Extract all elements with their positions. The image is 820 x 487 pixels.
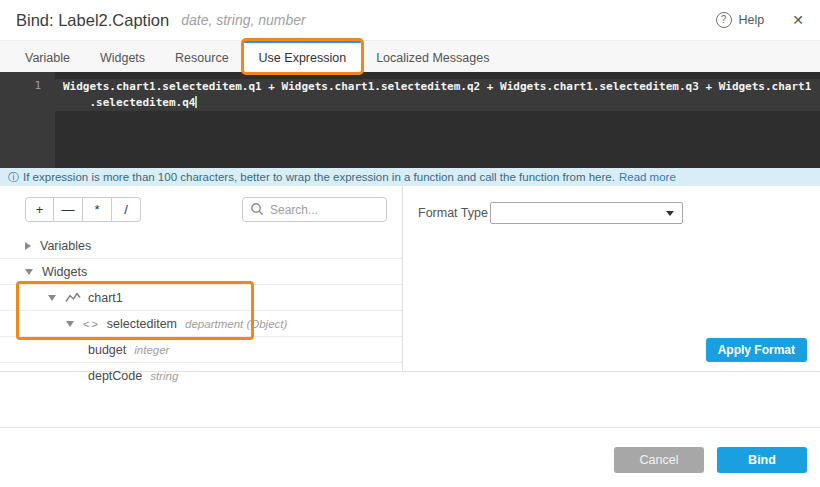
operator-group: + — * /: [25, 197, 141, 222]
tree-item-label: deptCode: [88, 369, 142, 383]
chevron-down-icon: [66, 321, 74, 327]
tree-item-selecteditem[interactable]: <> selecteditem department (Object): [0, 311, 402, 337]
info-bar: ⓘ If expression is more than 100 charact…: [0, 168, 820, 186]
format-type-label: Format Type: [418, 206, 490, 220]
tab-variable[interactable]: Variable: [10, 41, 85, 72]
editor-code: Widgets.chart1.selecteditem.q1 + Widgets…: [55, 72, 820, 111]
info-icon: ⓘ: [8, 170, 19, 185]
dialog-header: Bind: Label2.Caption date, string, numbe…: [0, 0, 820, 40]
tree-item-label: Variables: [40, 239, 91, 253]
line-number: 1: [34, 79, 41, 92]
chevron-down-icon: [48, 295, 56, 301]
tree-item-widgets[interactable]: Widgets: [0, 259, 402, 285]
chevron-down-icon: [25, 269, 33, 275]
help-button[interactable]: ? Help: [716, 12, 765, 28]
tree-item-chart1[interactable]: chart1: [0, 285, 402, 311]
tree-item-label: Widgets: [42, 265, 87, 279]
code-line-2: .selecteditem.q4: [55, 95, 820, 111]
tree-item-type: string: [150, 370, 178, 382]
chevron-right-icon: [25, 242, 31, 250]
search-icon: [250, 202, 264, 220]
tree-item-label: selecteditem: [107, 317, 177, 331]
plus-operator-button[interactable]: +: [25, 197, 54, 222]
code-line-1: Widgets.chart1.selecteditem.q1 + Widgets…: [55, 79, 820, 95]
bind-dialog: Bind: Label2.Caption date, string, numbe…: [0, 0, 820, 487]
dialog-subtitle: date, string, number: [181, 12, 306, 28]
format-type-select[interactable]: [490, 202, 683, 224]
tab-widgets[interactable]: Widgets: [85, 41, 160, 72]
expression-editor[interactable]: 1 Widgets.chart1.selecteditem.q1 + Widge…: [0, 72, 820, 168]
tree-item-type: integer: [134, 344, 169, 356]
tree-toolbar: + — * /: [0, 186, 402, 233]
main-area: + — * / Variables: [0, 186, 820, 372]
tab-localized-messages[interactable]: Localized Messages: [361, 41, 504, 72]
info-message: If expression is more than 100 character…: [23, 171, 615, 183]
minus-operator-button[interactable]: —: [54, 197, 83, 222]
apply-format-button[interactable]: Apply Format: [706, 338, 807, 362]
cancel-button[interactable]: Cancel: [614, 447, 704, 473]
tree-item-label: chart1: [88, 291, 123, 305]
binding-tree: Variables Widgets chart1: [0, 233, 402, 389]
bind-button[interactable]: Bind: [717, 447, 807, 473]
tree-item-budget[interactable]: budget integer: [0, 337, 402, 363]
caret-down-icon: [666, 211, 674, 216]
divide-operator-button[interactable]: /: [112, 197, 141, 222]
format-panel: Format Type Apply Format: [403, 186, 820, 371]
expression-tree-panel: + — * / Variables: [0, 186, 403, 371]
dialog-title: Bind: Label2.Caption: [16, 11, 169, 30]
editor-gutter: 1: [0, 72, 55, 168]
search-box: [242, 197, 387, 222]
line-chart-icon: [65, 292, 81, 304]
tree-item-deptcode[interactable]: deptCode string: [0, 363, 402, 389]
close-icon[interactable]: ✕: [792, 12, 804, 28]
tab-resource[interactable]: Resource: [160, 41, 244, 72]
tree-item-label: budget: [88, 343, 126, 357]
help-icon: ?: [716, 12, 732, 28]
read-more-link[interactable]: Read more: [619, 171, 676, 183]
help-label: Help: [739, 13, 765, 27]
dialog-footer: Cancel Bind: [0, 427, 820, 473]
tree-item-type: department (Object): [185, 318, 287, 330]
tab-use-expression[interactable]: Use Expression: [244, 41, 362, 72]
tree-item-variables[interactable]: Variables: [0, 233, 402, 259]
multiply-operator-button[interactable]: *: [83, 197, 112, 222]
tab-bar: Variable Widgets Resource Use Expression…: [0, 40, 820, 72]
object-code-icon: <>: [83, 318, 100, 330]
